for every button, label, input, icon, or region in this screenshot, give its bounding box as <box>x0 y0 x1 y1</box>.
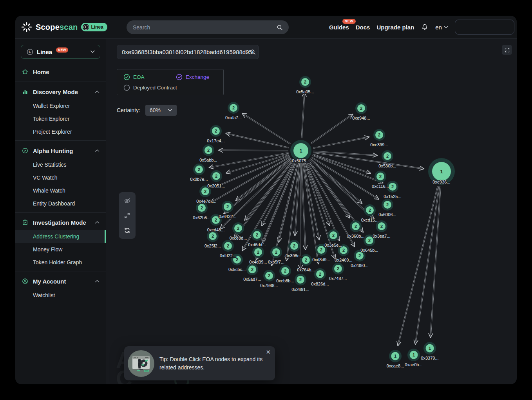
sidebar-item-money-flow[interactable]: Money Flow <box>15 243 106 256</box>
graph-node[interactable]: 2 <box>328 229 339 241</box>
node-address-label: 0xcae8... <box>387 364 404 368</box>
node-address-label: 0x17e4... <box>207 138 224 143</box>
graph-node[interactable]: 1 <box>407 349 420 361</box>
app-window: Scopescan L Linea NEW Guides Docs Upgrad… <box>15 16 517 384</box>
close-icon[interactable]: ✕ <box>266 349 271 355</box>
node-address-label: 0x4d39... <box>249 260 267 264</box>
graph-node[interactable]: 2 <box>295 274 306 285</box>
node-count-label: 2 <box>256 233 258 237</box>
graph-node[interactable]: 2 <box>210 125 222 137</box>
node-count-label: 2 <box>293 244 295 248</box>
nav-upgrade-plan[interactable]: Upgrade plan <box>376 24 414 31</box>
node-count-label: 2 <box>342 248 345 253</box>
address-search-box[interactable] <box>117 45 259 59</box>
sidebar-section-investigation-mode[interactable]: Investigation Mode <box>15 215 106 230</box>
graph-node[interactable]: 2 <box>210 170 222 182</box>
hide-labels-button[interactable] <box>119 193 136 208</box>
node-count-label: 2 <box>268 273 270 278</box>
global-search[interactable] <box>127 20 289 34</box>
graph-node[interactable]: 2 <box>364 204 376 216</box>
sidebar: L Linea NEW HomeDiscovery ModeWallet Exp… <box>15 38 106 384</box>
notifications-button[interactable] <box>421 23 429 31</box>
node-count-label: 2 <box>369 208 371 213</box>
node-count-label: 2 <box>215 129 217 133</box>
brand[interactable]: Scopescan L Linea <box>21 16 107 38</box>
sidebar-section-my-account[interactable]: My Account <box>15 274 106 289</box>
sidebar-item-entity-dashboard[interactable]: Entity Dashboard <box>15 197 106 210</box>
sidebar-item-whale-watch[interactable]: Whale Watch <box>15 184 106 197</box>
graph-node[interactable]: 2 <box>196 202 208 214</box>
graph-node[interactable]: 2 <box>228 102 239 114</box>
graph-node[interactable]: 2 <box>332 263 344 275</box>
eye-off-icon <box>123 197 131 205</box>
graph-node[interactable]: 2 <box>246 264 258 275</box>
certainty-dropdown[interactable]: 60% <box>145 105 177 116</box>
expand-graph-button[interactable] <box>119 208 136 223</box>
global-search-input[interactable] <box>132 24 273 31</box>
graph-node[interactable]: 2 <box>355 102 367 114</box>
nav-docs[interactable]: Docs <box>356 24 370 31</box>
node-address-label: 0x2051... <box>207 184 225 188</box>
graph-node[interactable]: 2 <box>288 240 300 252</box>
node-address-label: 0xe948... <box>352 116 370 120</box>
graph-node[interactable]: 2 <box>314 268 326 280</box>
graph-node[interactable]: 1 <box>290 140 311 161</box>
nav-guides[interactable]: NEW Guides <box>329 24 349 31</box>
graph-node[interactable]: 2 <box>232 222 244 234</box>
graph-node[interactable]: 2 <box>203 144 214 156</box>
node-address-label: 0x3ea7... <box>373 234 390 238</box>
graph-node[interactable]: 2 <box>270 246 282 258</box>
top-header: Scopescan L Linea NEW Guides Docs Upgrad… <box>15 16 517 39</box>
graph-node[interactable]: 2 <box>382 150 393 162</box>
graph-node[interactable]: 2 <box>252 246 264 258</box>
sidebar-item-token-holder-graph[interactable]: Token Holder Graph <box>15 256 106 269</box>
graph-node[interactable]: 2 <box>375 171 386 182</box>
graph-node[interactable]: 1 <box>423 342 436 355</box>
address-input[interactable] <box>121 48 255 56</box>
sidebar-section-discovery-mode[interactable]: Discovery Mode <box>15 84 106 99</box>
graph-node[interactable]: 2 <box>263 270 275 282</box>
sidebar-item-live-statistics[interactable]: Live Statistics <box>15 158 106 171</box>
unchecked-circle-icon <box>123 84 130 91</box>
sidebar-item-vc-watch[interactable]: VC Watch <box>15 171 106 184</box>
graph-node[interactable]: 2 <box>222 240 234 252</box>
filter-exchange[interactable]: Exchange <box>176 74 209 80</box>
graph-node[interactable]: 2 <box>382 199 393 211</box>
sidebar-item-wallet-explorer[interactable]: Wallet Explorer <box>15 99 106 112</box>
node-count-label: 2 <box>355 224 357 229</box>
fullscreen-icon <box>504 47 510 53</box>
sidebar-divider <box>15 140 106 141</box>
network-selector[interactable]: L Linea NEW <box>21 45 100 59</box>
graph-node[interactable]: 2 <box>251 229 263 241</box>
graph-node[interactable]: 1 <box>389 350 402 362</box>
graph-node[interactable]: 2 <box>193 164 205 175</box>
tip-toast: Tip: Double Click EOA nodes to expand it… <box>124 346 275 380</box>
checked-circle-icon <box>176 74 183 80</box>
refresh-layout-button[interactable] <box>119 223 136 238</box>
wallet-connect-button[interactable] <box>455 20 514 35</box>
graph-node[interactable]: 2 <box>299 76 311 88</box>
filter-deployed-contract[interactable]: Deployed Contract <box>123 84 177 91</box>
node-count-label: 2 <box>332 233 335 238</box>
graph-node[interactable]: 2 <box>350 220 362 232</box>
graph-node[interactable]: 2 <box>279 265 291 277</box>
sidebar-section-alpha-hunting[interactable]: Alpha Hunting <box>15 143 106 158</box>
chevron-up-icon <box>95 149 100 152</box>
chevron-up-icon <box>95 280 100 283</box>
scopescan-logo-icon <box>21 22 32 33</box>
sidebar-item-project-explorer[interactable]: Project Explorer <box>15 125 106 138</box>
fullscreen-button[interactable] <box>502 45 512 55</box>
language-selector[interactable]: en <box>435 24 448 31</box>
sidebar-item-watchlist[interactable]: Watchlist <box>15 289 106 302</box>
node-count-label: 2 <box>368 238 371 243</box>
graph-node[interactable]: 2 <box>373 129 385 141</box>
sidebar-item-token-explorer[interactable]: Token Explorer <box>15 112 106 125</box>
node-count-label: 2 <box>337 266 339 271</box>
graph-node[interactable]: 2 <box>222 201 233 213</box>
sidebar-item-address-clustering[interactable]: Address Clustering <box>15 230 106 243</box>
node-address-label: 0xcd15... <box>361 218 379 222</box>
sidebar-item-home[interactable]: Home <box>15 64 106 79</box>
filter-eoa[interactable]: EOA <box>123 74 176 80</box>
tip-illustration <box>128 350 154 377</box>
linea-logo-icon: L <box>83 24 89 30</box>
